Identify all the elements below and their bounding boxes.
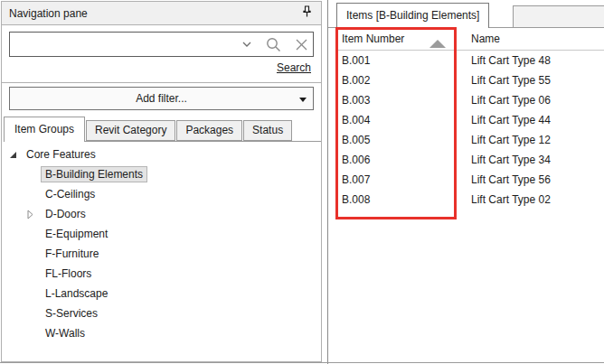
tab-revit-category[interactable]: Revit Category [86,120,175,141]
cell-item-number: B.002 [335,74,457,87]
tree-item-label: W-Walls [41,325,90,341]
tree-item-w-walls[interactable]: W-Walls [2,323,320,343]
cell-name: Lift Cart Type 02 [457,193,551,206]
items-panel: Items [B-Building Elements] Item Number … [327,0,604,364]
navigation-pane-header: Navigation pane [2,2,321,25]
navigation-pane-title: Navigation pane [9,7,88,20]
tree-item-label: D-Doors [41,206,90,222]
cell-item-number: B.008 [335,193,457,206]
cell-name: Lift Cart Type 12 [457,134,551,146]
cell-item-number: B.004 [335,114,457,126]
cell-item-number: B.005 [335,134,457,146]
cell-name: Lift Cart Type 44 [457,114,551,126]
pin-button[interactable] [299,6,314,21]
item-groups-tree: Core Features B-Building ElementsC-Ceili… [2,145,320,361]
table-row-b-005[interactable]: B.005Lift Cart Type 12 [335,130,604,150]
expander-expanded-icon[interactable] [10,152,16,158]
sort-ascending-icon [429,40,446,48]
tree-item-label: FL-Floors [41,266,96,282]
tree-item-s-services[interactable]: S-Services [2,303,320,323]
left-tab-strip: Item GroupsRevit CategoryPackagesStatus [4,117,321,142]
tree-item-d-doors[interactable]: D-Doors [2,204,320,224]
table-row-b-006[interactable]: B.006Lift Cart Type 34 [335,150,604,170]
add-filter-label: Add filter... [136,92,187,105]
cell-name: Lift Cart Type 55 [457,74,551,87]
tree-root-core-features[interactable]: Core Features [2,145,320,164]
navigation-pane: Navigation pane [1,1,322,362]
left-panel-separator [2,82,321,83]
clear-search-icon[interactable] [296,39,307,51]
tree-item-label: L-Landscape [41,285,112,302]
search-history-chevron-icon[interactable] [242,42,251,47]
expander-collapsed-icon[interactable] [27,210,33,222]
table-row-b-004[interactable]: B.004Lift Cart Type 44 [335,110,604,130]
tree-item-c-ceilings[interactable]: C-Ceilings [2,184,320,204]
column-header-name[interactable]: Name [457,33,500,45]
table-row-b-001[interactable]: B.001Lift Cart Type 48 [335,51,604,70]
tree-item-f-furniture[interactable]: F-Furniture [2,244,320,264]
tree-item-label: S-Services [41,305,102,322]
add-filter-dropdown[interactable]: Add filter... [9,87,314,110]
tree-item-label: E-Equipment [41,226,112,242]
table-row-b-002[interactable]: B.002Lift Cart Type 55 [335,70,604,90]
cell-name: Lift Cart Type 06 [457,94,551,107]
search-box[interactable] [9,32,314,57]
window-bottom-border [0,362,604,363]
tree-item-b-building-elements[interactable]: B-Building Elements [2,164,320,184]
tree-item-l-landscape[interactable]: L-Landscape [2,284,320,303]
cell-item-number: B.003 [335,94,457,107]
table-row-b-007[interactable]: B.007Lift Cart Type 56 [335,170,604,190]
cell-item-number: B.007 [335,173,457,186]
add-filter-caret-icon [299,98,307,102]
tab-status[interactable]: Status [243,120,292,141]
table-row-b-008[interactable]: B.008Lift Cart Type 02 [335,190,604,210]
cell-name: Lift Cart Type 48 [457,54,551,67]
tree-item-label: C-Ceilings [41,186,99,202]
search-link[interactable]: Search [277,61,311,74]
search-icon[interactable] [266,37,281,52]
tab-item-groups[interactable]: Item Groups [4,117,85,142]
tab-packages[interactable]: Packages [176,120,242,141]
cell-item-number: B.006 [335,154,457,166]
cell-item-number: B.001 [335,54,457,67]
column-header-item-number[interactable]: Item Number [335,33,457,45]
pin-icon [302,5,312,21]
tree-root-label: Core Features [26,148,96,161]
table-row-b-003[interactable]: B.003Lift Cart Type 06 [335,90,604,110]
tree-item-label: F-Furniture [41,246,103,262]
items-tab[interactable]: Items [B-Building Elements] [336,3,489,28]
tree-item-e-equipment[interactable]: E-Equipment [2,224,320,244]
tree-item-fl-floors[interactable]: FL-Floors [2,264,320,284]
search-input[interactable] [12,34,220,54]
partial-tab[interactable] [513,5,604,27]
tree-item-label: B-Building Elements [41,166,147,182]
items-table: Item Number Name B.001Lift Cart Type 48B… [335,28,604,210]
cell-name: Lift Cart Type 56 [457,173,551,186]
cell-name: Lift Cart Type 34 [457,154,551,166]
items-table-header: Item Number Name [335,28,604,51]
